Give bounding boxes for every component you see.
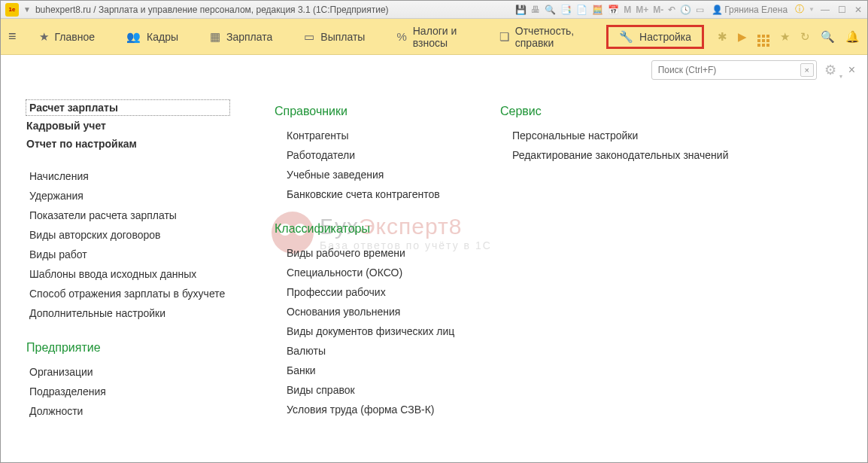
- nav-label: Кадры: [147, 31, 178, 43]
- hamburger-icon[interactable]: ≡: [8, 29, 17, 44]
- nav-label: Отчетность, справки: [515, 25, 584, 49]
- apps-grid-icon[interactable]: [757, 27, 769, 47]
- link-person-doc-types[interactable]: Виды документов физических лиц: [275, 321, 455, 341]
- star-icon: ★: [39, 30, 49, 44]
- link-accruals[interactable]: Начисления: [26, 166, 229, 186]
- document-icon[interactable]: 📄: [576, 5, 587, 15]
- app-logo-icon: 1e: [5, 3, 19, 17]
- link-cert-types[interactable]: Виды справок: [275, 380, 455, 400]
- window-list-icon[interactable]: ▭: [696, 5, 704, 15]
- minimize-button[interactable]: —: [819, 5, 831, 15]
- link-worker-professions[interactable]: Профессии рабочих: [275, 282, 455, 302]
- link-personnel-acc[interactable]: Кадровый учет: [26, 117, 229, 135]
- window-title: buhexpert8.ru / Зарплата и управление пе…: [35, 5, 389, 15]
- search-input[interactable]: [651, 60, 817, 80]
- column-2: Справочники Контрагенты Работодатели Уче…: [275, 100, 455, 419]
- window-titlebar: 1e ▼ buhexpert8.ru / Зарплата и управлен…: [1, 1, 867, 19]
- search-wrapper: ×: [651, 60, 817, 80]
- link-additional-settings[interactable]: Дополнительные настройки: [26, 303, 229, 323]
- save-icon[interactable]: 💾: [515, 5, 527, 15]
- print-icon[interactable]: 🖶: [531, 5, 540, 15]
- search-clear-button[interactable]: ×: [800, 63, 814, 77]
- wallet-icon: ▭: [304, 30, 314, 44]
- help-dropdown-icon[interactable]: ▼: [809, 6, 815, 13]
- back-icon[interactable]: ↶: [668, 5, 675, 15]
- link-schools[interactable]: Учебные заведения: [275, 165, 455, 184]
- link-positions[interactable]: Должности: [26, 401, 229, 421]
- link-departments[interactable]: Подразделения: [26, 382, 229, 401]
- people-icon: 👥: [126, 30, 141, 44]
- favorite-star-icon[interactable]: ★: [780, 30, 790, 44]
- link-contractors[interactable]: Контрагенты: [275, 126, 455, 145]
- link-deductions[interactable]: Удержания: [26, 186, 229, 206]
- calculator-icon[interactable]: 🧮: [592, 5, 603, 15]
- nav-settings[interactable]: 🔧Настройка: [606, 25, 704, 49]
- nav-main[interactable]: ★Главное: [30, 26, 105, 48]
- percent-icon: %: [396, 30, 406, 43]
- preview-icon[interactable]: 🔍: [545, 5, 556, 15]
- link-bank-accounts[interactable]: Банковские счета контрагентов: [275, 184, 455, 204]
- app-menu-dropdown-icon[interactable]: ▼: [23, 5, 31, 14]
- nav-right-icons: ✱ ▶ ★ ↻ 🔍 🔔: [718, 27, 860, 47]
- nav-label: Настройка: [639, 31, 691, 43]
- main-navigation: ≡ ★Главное 👥Кадры ▦Зарплата ▭Выплаты %На…: [1, 19, 867, 55]
- memory-m-plus[interactable]: M+: [636, 5, 648, 15]
- group-enterprise[interactable]: Предприятие: [26, 341, 229, 355]
- link-settings-report[interactable]: Отчет по настройкам: [26, 135, 229, 153]
- column-3: Сервис Персональные настройки Редактиров…: [500, 100, 728, 165]
- bell-icon[interactable]: 🔔: [845, 30, 860, 44]
- maximize-button[interactable]: ☐: [836, 5, 848, 15]
- nav-reports[interactable]: ❏Отчетность, справки: [490, 20, 593, 53]
- link-input-templates[interactable]: Шаблоны ввода исходных данных: [26, 264, 229, 284]
- page-settings-icon[interactable]: ⚙: [824, 62, 836, 78]
- group-references[interactable]: Справочники: [275, 105, 455, 118]
- group-classifiers[interactable]: Классификаторы: [275, 222, 455, 236]
- close-button[interactable]: ✕: [852, 5, 864, 15]
- link-author-contracts[interactable]: Виды авторских договоров: [26, 225, 229, 245]
- page-close-button[interactable]: ×: [848, 63, 855, 77]
- nav-payments[interactable]: ▭Выплаты: [295, 26, 374, 48]
- link-personal-settings[interactable]: Персональные настройки: [500, 126, 728, 145]
- link-dismissal-grounds[interactable]: Основания увольнения: [275, 302, 455, 321]
- nav-personnel[interactable]: 👥Кадры: [117, 26, 187, 48]
- nav-label: Налоги и взносы: [413, 25, 468, 49]
- link-organizations[interactable]: Организации: [26, 362, 229, 382]
- link-work-types[interactable]: Виды работ: [26, 245, 229, 264]
- link-edit-legislative[interactable]: Редактирование законодательных значений: [500, 145, 728, 165]
- link-currencies[interactable]: Валюты: [275, 341, 455, 361]
- help-icon[interactable]: ⓘ: [795, 3, 804, 16]
- nav-label: Главное: [55, 31, 96, 43]
- group-service[interactable]: Сервис: [500, 105, 728, 118]
- user-badge[interactable]: 👤 Грянина Елена: [712, 5, 788, 15]
- link-indicators[interactable]: Показатели расчета зарплаты: [26, 206, 229, 225]
- compare-icon[interactable]: 📑: [560, 5, 572, 15]
- history-icon[interactable]: ↻: [800, 30, 810, 44]
- memory-m[interactable]: M: [624, 5, 631, 15]
- link-labor-conditions[interactable]: Условия труда (форма СЗВ-К): [275, 400, 455, 419]
- link-specialties[interactable]: Специальности (ОКСО): [275, 263, 455, 282]
- report-icon: ❏: [499, 30, 509, 44]
- column-1: Расчет зарплаты Кадровый учет Отчет по н…: [26, 100, 229, 421]
- link-worktime-types[interactable]: Виды рабочего времени: [275, 243, 455, 263]
- link-accounting-reflection[interactable]: Способ отражения зарплаты в бухучете: [26, 284, 229, 303]
- nav-label: Зарплата: [226, 31, 272, 43]
- calendar-icon[interactable]: 📅: [608, 5, 619, 15]
- nav-salary[interactable]: ▦Зарплата: [201, 26, 281, 48]
- table-icon: ▦: [210, 30, 220, 44]
- titlebar-toolbar: 💾 🖶 🔍 📑 📄 🧮 📅 M M+ M- ↶ 🕓 ▭ 👤 Грянина Ел…: [515, 3, 867, 16]
- arrow-right-icon[interactable]: ▶: [738, 30, 747, 44]
- wrench-icon: 🔧: [619, 30, 633, 44]
- link-salary-calc[interactable]: Расчет зарплаты: [26, 100, 229, 115]
- content-scroll-area[interactable]: Расчет зарплаты Кадровый учет Отчет по н…: [4, 85, 864, 456]
- gear-icon[interactable]: ✱: [718, 30, 727, 44]
- nav-label: Выплаты: [320, 31, 365, 43]
- clock-icon[interactable]: 🕓: [680, 5, 691, 15]
- user-name: Грянина Елена: [724, 5, 788, 15]
- link-employers[interactable]: Работодатели: [275, 145, 455, 165]
- nav-taxes[interactable]: %Налоги и взносы: [387, 20, 476, 53]
- sub-toolbar: × ⚙ ×: [1, 55, 867, 85]
- memory-m-minus[interactable]: M-: [653, 5, 663, 15]
- search-icon[interactable]: 🔍: [821, 30, 835, 44]
- link-banks[interactable]: Банки: [275, 361, 455, 380]
